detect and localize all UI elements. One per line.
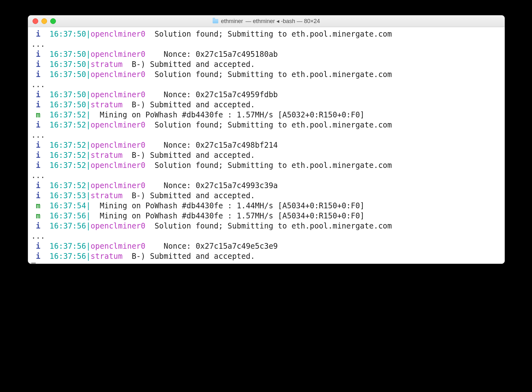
log-message: B-) Submitted and accepted. bbox=[132, 252, 255, 261]
log-source: openclminer0 bbox=[91, 50, 145, 59]
traffic-lights bbox=[33, 18, 56, 24]
log-message: Nonce: 0x27c15a7c4993c39a bbox=[164, 181, 278, 190]
separator-pipe: | bbox=[86, 100, 90, 109]
log-message: Nonce: 0x27c15a7c4959fdbb bbox=[164, 90, 278, 99]
close-button[interactable] bbox=[33, 18, 38, 24]
terminal-line: ... bbox=[31, 80, 501, 90]
log-source: stratum bbox=[91, 100, 123, 109]
separator-pipe: | bbox=[86, 121, 90, 129]
terminal-line: i 16:37:56|openclminer0 Solution found; … bbox=[31, 221, 501, 231]
log-message: Solution found; Submitting to eth.pool.m… bbox=[154, 121, 392, 129]
title-suffix: — ethminer ◂ -bash — 80×24 bbox=[245, 18, 320, 25]
separator-pipe: | bbox=[86, 161, 90, 170]
separator-pipe: | bbox=[86, 50, 90, 59]
timestamp: 16:37:50 bbox=[50, 70, 86, 79]
timestamp: 16:37:50 bbox=[50, 100, 86, 109]
timestamp: 16:37:56 bbox=[50, 242, 86, 251]
log-source: openclminer0 bbox=[91, 121, 145, 129]
terminal-line: i 16:37:50|openclminer0 Solution found; … bbox=[31, 29, 501, 39]
separator-pipe: | bbox=[86, 191, 90, 200]
log-source: openclminer0 bbox=[91, 141, 145, 150]
terminal-line: i 16:37:52|openclminer0 Nonce: 0x27c15a7… bbox=[31, 140, 501, 150]
timestamp: 16:37:52 bbox=[50, 161, 86, 170]
terminal-line: i 16:37:52|openclminer0 Solution found; … bbox=[31, 160, 501, 170]
continuation-dots: ... bbox=[31, 171, 45, 180]
window-title: ethminer — ethminer ◂ -bash — 80×24 bbox=[28, 18, 505, 25]
separator-pipe: | bbox=[86, 181, 90, 190]
log-message: Solution found; Submitting to eth.pool.m… bbox=[154, 161, 392, 170]
terminal-window: ethminer — ethminer ◂ -bash — 80×24 i 16… bbox=[28, 15, 505, 264]
terminal-line: i 16:37:50|openclminer0 Solution found; … bbox=[31, 69, 501, 80]
continuation-dots: ... bbox=[31, 40, 45, 49]
terminal-line: ... bbox=[31, 231, 501, 241]
log-level-icon: i bbox=[36, 181, 40, 190]
timestamp: 16:37:52 bbox=[50, 121, 86, 129]
terminal-line: m 16:37:52| Mining on PoWhash #db4430fe … bbox=[31, 110, 501, 120]
log-level-icon: i bbox=[36, 161, 40, 170]
timestamp: 16:37:56 bbox=[50, 211, 86, 220]
log-message: B-) Submitted and accepted. bbox=[132, 191, 255, 200]
log-message: Solution found; Submitting to eth.pool.m… bbox=[154, 30, 392, 39]
log-message: Solution found; Submitting to eth.pool.m… bbox=[154, 70, 392, 79]
timestamp: 16:37:53 bbox=[50, 191, 86, 200]
timestamp: 16:37:52 bbox=[50, 141, 86, 150]
separator-pipe: | bbox=[86, 151, 90, 160]
separator-pipe: | bbox=[86, 242, 90, 251]
log-source: stratum bbox=[91, 252, 123, 261]
log-level-icon: i bbox=[36, 191, 40, 200]
log-source: openclminer0 bbox=[91, 181, 145, 190]
timestamp: 16:37:50 bbox=[50, 50, 86, 59]
separator-pipe: | bbox=[86, 141, 90, 150]
terminal-line: i 16:37:53|stratum B-) Submitted and acc… bbox=[31, 191, 501, 201]
continuation-dots: ... bbox=[31, 80, 45, 89]
folder-icon bbox=[213, 19, 218, 23]
log-level-icon: i bbox=[36, 70, 40, 79]
separator-pipe: | bbox=[86, 211, 90, 220]
continuation-dots: ... bbox=[31, 232, 45, 241]
log-message: Mining on PoWhash #db4430fe : 1.44MH/s [… bbox=[100, 201, 365, 210]
terminal-line: i 16:37:50|openclminer0 Nonce: 0x27c15a7… bbox=[31, 49, 501, 59]
log-level-icon: i bbox=[36, 121, 40, 129]
log-level-icon: i bbox=[36, 60, 40, 69]
log-level-icon: m bbox=[36, 211, 40, 220]
separator-pipe: | bbox=[86, 30, 90, 39]
terminal-line: i 16:37:52|stratum B-) Submitted and acc… bbox=[31, 150, 501, 160]
log-message: B-) Submitted and accepted. bbox=[132, 100, 255, 109]
terminal-line: ... bbox=[31, 130, 501, 140]
timestamp: 16:37:54 bbox=[50, 201, 86, 210]
log-message: Nonce: 0x27c15a7c498bf214 bbox=[164, 141, 278, 150]
separator-pipe: | bbox=[86, 110, 90, 119]
timestamp: 16:37:52 bbox=[50, 151, 86, 160]
timestamp: 16:37:56 bbox=[50, 222, 86, 230]
log-message: Nonce: 0x27c15a7c49e5c3e9 bbox=[164, 242, 278, 251]
terminal-line: m 16:37:54| Mining on PoWhash #db4430fe … bbox=[31, 201, 501, 211]
terminal-line: i 16:37:52|openclminer0 Nonce: 0x27c15a7… bbox=[31, 181, 501, 191]
log-level-icon: m bbox=[36, 110, 40, 119]
log-level-icon: m bbox=[36, 201, 40, 210]
timestamp: 16:37:50 bbox=[50, 90, 86, 99]
terminal-line: i 16:37:50|openclminer0 Nonce: 0x27c15a7… bbox=[31, 90, 501, 100]
separator-pipe: | bbox=[86, 60, 90, 69]
log-level-icon: i bbox=[36, 50, 40, 59]
log-message: B-) Submitted and accepted. bbox=[132, 60, 255, 69]
separator-pipe: | bbox=[86, 252, 90, 261]
log-level-icon: i bbox=[36, 30, 40, 39]
cursor-block bbox=[31, 263, 36, 264]
log-level-icon: i bbox=[36, 151, 40, 160]
log-level-icon: i bbox=[36, 222, 40, 230]
terminal-line: i 16:37:50|stratum B-) Submitted and acc… bbox=[31, 59, 501, 69]
terminal-line: i 16:37:56|stratum B-) Submitted and acc… bbox=[31, 251, 501, 261]
minimize-button[interactable] bbox=[41, 18, 47, 24]
log-source: openclminer0 bbox=[91, 30, 145, 39]
maximize-button[interactable] bbox=[50, 18, 56, 24]
title-folder-name: ethminer bbox=[221, 18, 243, 25]
log-message: B-) Submitted and accepted. bbox=[132, 151, 255, 160]
log-message: Solution found; Submitting to eth.pool.m… bbox=[154, 222, 392, 230]
terminal-line: m 16:37:56| Mining on PoWhash #db4430fe … bbox=[31, 211, 501, 221]
log-source: stratum bbox=[91, 60, 123, 69]
titlebar[interactable]: ethminer — ethminer ◂ -bash — 80×24 bbox=[28, 15, 505, 27]
prompt-line[interactable] bbox=[31, 261, 501, 264]
log-level-icon: i bbox=[36, 90, 40, 99]
terminal-output[interactable]: i 16:37:50|openclminer0 Solution found; … bbox=[28, 27, 505, 264]
log-source: openclminer0 bbox=[91, 161, 145, 170]
